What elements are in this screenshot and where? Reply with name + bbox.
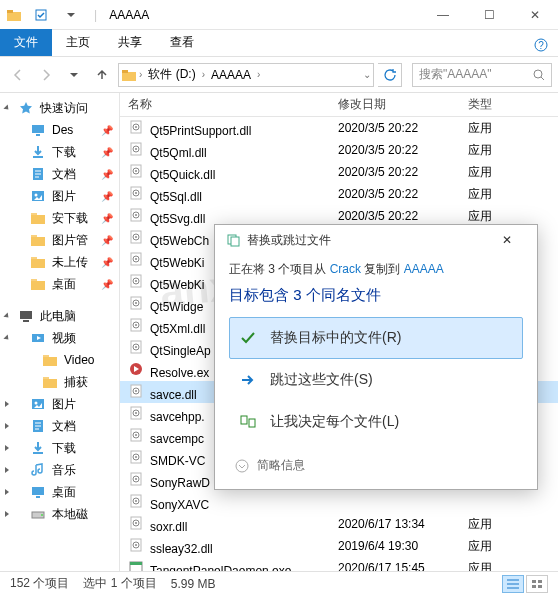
music-icon: [30, 462, 46, 478]
file-row[interactable]: TangentPanelDaemon.exe2020/6/17 15:45应用: [120, 557, 558, 571]
sidebar-item[interactable]: 文档📌: [0, 163, 119, 185]
col-type[interactable]: 类型: [460, 96, 558, 113]
nav-forward-button[interactable]: [34, 63, 58, 87]
desktop-icon: [30, 484, 46, 500]
sidebar-item[interactable]: 文档: [0, 415, 119, 437]
ribbon-tab-view[interactable]: 查看: [156, 29, 208, 56]
status-size: 5.99 MB: [171, 577, 216, 591]
dialog-opt-replace[interactable]: 替换目标中的文件(R): [229, 317, 523, 359]
skip-icon: [238, 370, 258, 390]
refresh-button[interactable]: [378, 63, 402, 87]
svg-point-64: [135, 324, 137, 326]
sidebar-item[interactable]: Video: [0, 349, 119, 371]
svg-rect-14: [31, 213, 37, 216]
search-input[interactable]: 搜索"AAAAA": [412, 63, 552, 87]
nav-back-button[interactable]: [6, 63, 30, 87]
sidebar-item[interactable]: 图片管📌: [0, 229, 119, 251]
col-name[interactable]: 名称: [120, 96, 330, 113]
file-row[interactable]: Qt5Qml.dll2020/3/5 20:22应用: [120, 139, 558, 161]
breadcrumb[interactable]: › 软件 (D:) › AAAAA › ⌄: [118, 63, 374, 87]
dialog-opt-decide[interactable]: 让我决定每个文件(L): [229, 401, 523, 443]
sidebar-item[interactable]: 下载: [0, 437, 119, 459]
view-details-button[interactable]: [502, 575, 524, 593]
sidebar-item[interactable]: 图片📌: [0, 185, 119, 207]
folder-icon: [42, 352, 58, 368]
file-row[interactable]: ssleay32.dll2019/6/4 19:30应用: [120, 535, 558, 557]
sidebar-this-pc[interactable]: 此电脑: [0, 305, 119, 327]
svg-rect-25: [43, 355, 49, 358]
ribbon-tab-home[interactable]: 主页: [52, 29, 104, 56]
dll-icon: [128, 295, 144, 311]
close-button[interactable]: ✕: [512, 0, 558, 30]
sidebar-item[interactable]: 未上传📌: [0, 251, 119, 273]
chevron-right-icon[interactable]: ›: [202, 69, 205, 80]
dll-icon: [128, 383, 144, 399]
svg-point-71: [135, 390, 137, 392]
sidebar-item[interactable]: 捕获: [0, 371, 119, 393]
sidebar-item[interactable]: 桌面: [0, 481, 119, 503]
doc-icon: [30, 418, 46, 434]
file-row[interactable]: soxr.dll2020/6/17 13:34应用: [120, 513, 558, 535]
view-icons-button[interactable]: [526, 575, 548, 593]
folder-icon: [30, 276, 46, 292]
breadcrumb-seg-folder[interactable]: AAAAA: [207, 68, 255, 82]
dialog-titlebar: 替换或跳过文件 ✕: [215, 225, 537, 255]
file-row[interactable]: Qt5Quick.dll2020/3/5 20:22应用: [120, 161, 558, 183]
svg-rect-100: [532, 580, 536, 583]
svg-rect-103: [538, 585, 542, 588]
replace-dialog: 替换或跳过文件 ✕ 正在将 3 个项目从 Crack 复制到 AAAAA 目标包…: [214, 224, 538, 490]
sidebar[interactable]: 快速访问Des📌下载📌文档📌图片📌安下载📌图片管📌未上传📌桌面📌此电脑视频Vid…: [0, 93, 120, 571]
sidebar-item[interactable]: 视频: [0, 327, 119, 349]
svg-rect-1: [7, 10, 13, 13]
folder-icon: [30, 232, 46, 248]
dialog-message: 正在将 3 个项目从 Crack 复制到 AAAAA: [229, 261, 523, 278]
svg-rect-5: [122, 72, 136, 81]
svg-point-37: [135, 126, 137, 128]
svg-rect-6: [122, 70, 128, 73]
sidebar-quick-access[interactable]: 快速访问: [0, 97, 119, 119]
svg-point-43: [135, 170, 137, 172]
sidebar-item[interactable]: Des📌: [0, 119, 119, 141]
file-row[interactable]: SonyXAVC: [120, 491, 558, 513]
dll-icon: [128, 119, 144, 135]
maximize-button[interactable]: ☐: [466, 0, 512, 30]
dialog-heading: 目标包含 3 个同名文件: [229, 286, 523, 305]
dialog-more-details[interactable]: 简略信息: [229, 457, 523, 474]
dll-icon: [128, 185, 144, 201]
breadcrumb-history-icon[interactable]: ⌄: [363, 69, 371, 80]
file-row[interactable]: Qt5PrintSupport.dll2020/3/5 20:22应用: [120, 117, 558, 139]
qat-properties-icon[interactable]: [30, 4, 52, 26]
check-icon: [238, 328, 258, 348]
dialog-close-button[interactable]: ✕: [487, 225, 527, 255]
col-date[interactable]: 修改日期: [330, 96, 460, 113]
sidebar-item[interactable]: 安下载📌: [0, 207, 119, 229]
statusbar: 152 个项目 选中 1 个项目 5.99 MB: [0, 571, 558, 595]
column-headers: 名称 修改日期 类型: [120, 93, 558, 117]
star-icon: [18, 100, 34, 116]
svg-rect-101: [538, 580, 542, 583]
sidebar-item[interactable]: 图片: [0, 393, 119, 415]
svg-point-86: [135, 500, 137, 502]
sidebar-item[interactable]: 本地磁: [0, 503, 119, 525]
svg-text:?: ?: [538, 40, 544, 51]
ribbon-help-icon[interactable]: ?: [524, 34, 558, 56]
dialog-opt-skip[interactable]: 跳过这些文件(S): [229, 359, 523, 401]
svg-point-55: [135, 258, 137, 260]
nav-up-button[interactable]: [90, 63, 114, 87]
minimize-button[interactable]: —: [420, 0, 466, 30]
ribbon-tab-file[interactable]: 文件: [0, 29, 52, 56]
file-row[interactable]: Qt5Sql.dll2020/3/5 20:22应用: [120, 183, 558, 205]
ribbon: 文件 主页 共享 查看 ?: [0, 30, 558, 57]
chevron-right-icon[interactable]: ›: [257, 69, 260, 80]
sidebar-item[interactable]: 桌面📌: [0, 273, 119, 295]
titlebar: | AAAAA — ☐ ✕: [0, 0, 558, 30]
svg-rect-27: [43, 377, 49, 380]
svg-rect-96: [231, 237, 239, 246]
sidebar-item[interactable]: 下载📌: [0, 141, 119, 163]
sidebar-item[interactable]: 音乐: [0, 459, 119, 481]
qat-dropdown-icon[interactable]: [60, 4, 82, 26]
ribbon-tab-share[interactable]: 共享: [104, 29, 156, 56]
chevron-right-icon[interactable]: ›: [139, 69, 142, 80]
nav-recent-button[interactable]: [62, 63, 86, 87]
breadcrumb-seg-drive[interactable]: 软件 (D:): [144, 66, 199, 83]
